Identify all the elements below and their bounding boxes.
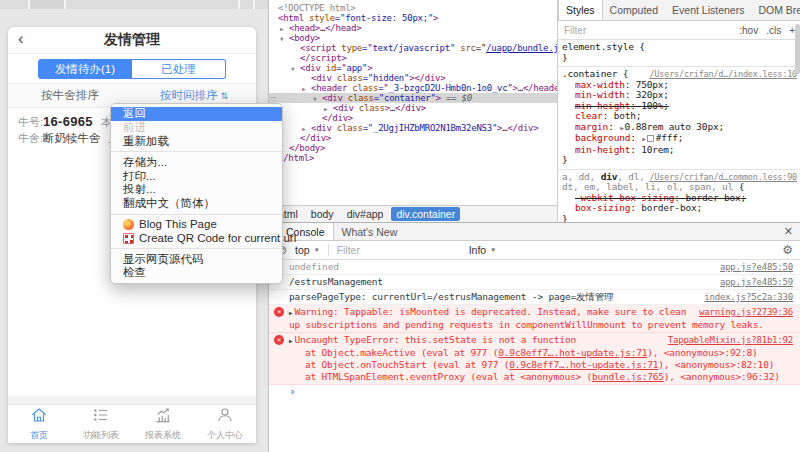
dom-line[interactable]: ▶<div class>…</div> (269, 103, 557, 113)
source-link[interactable]: TappableMixin.js?81b1:92 (668, 334, 793, 346)
tab-event-listeners[interactable]: Event Listeners (665, 0, 751, 20)
breadcrumb-item[interactable]: body (306, 207, 339, 221)
tab-whats-new[interactable]: What's New (334, 223, 406, 240)
dom-line[interactable]: ▼<div id="app"> (269, 63, 557, 73)
dom-line[interactable]: </script> (269, 53, 557, 63)
overflow-menu-icon[interactable]: ⋯ (271, 93, 276, 103)
tab-computed[interactable]: Computed (603, 0, 665, 20)
property-value: border-box (641, 202, 696, 213)
dom-line[interactable]: <html style="font-size: 50px;"> (269, 13, 557, 23)
menu-item-normal[interactable]: 打印... (111, 169, 282, 183)
console-prompt[interactable]: › (269, 385, 800, 399)
breadcrumb-item[interactable]: div.container (391, 207, 460, 221)
tab-styles[interactable]: Styles (558, 0, 603, 20)
code-token: 0.9c8eff7….hot-update.js:71 (509, 359, 658, 370)
rule-close-brace: } (562, 214, 797, 223)
code-token: { (739, 181, 745, 192)
menu-item-normal[interactable]: 翻成中文（简体） (111, 197, 282, 211)
menu-item-normal[interactable]: 检查 (111, 266, 282, 280)
code-token: =" (476, 43, 486, 53)
back-chevron-icon[interactable]: ‹ (18, 29, 24, 49)
styles-tabbar: Styles Computed Event Listeners DOM Brea… (558, 0, 800, 21)
expand-closed-icon[interactable]: ▶ (642, 135, 645, 142)
expand-closed-icon[interactable]: ▶ (620, 124, 623, 131)
console-log-row[interactable]: app.js?e485:50undefined (269, 260, 800, 275)
color-swatch[interactable] (647, 135, 654, 142)
dom-line[interactable]: ▼<body> (269, 33, 557, 43)
tab-dom-breakpoints[interactable]: DOM Breakpoints (751, 0, 800, 20)
chart-icon (154, 406, 172, 428)
nav-item-home[interactable]: 首页 (8, 405, 70, 443)
dom-line[interactable]: <!DOCTYPE html> (269, 3, 557, 13)
dom-line[interactable]: ▶<head>…</head> (269, 23, 557, 33)
nav-item-list[interactable]: 功能列表 (70, 405, 132, 443)
nav-label: 功能列表 (83, 429, 119, 442)
app-header: ‹ 发情管理 (8, 27, 256, 54)
code-token: ="hidden" (363, 73, 410, 83)
source-link[interactable]: app.js?e485:50 (720, 261, 793, 273)
menu-item-normal[interactable]: 投射... (111, 183, 282, 197)
list-icon (92, 406, 110, 428)
dom-line[interactable]: </body> (269, 143, 557, 153)
console-log-row[interactable]: index.js?5c2a:330parsePageType: currentU… (269, 290, 800, 305)
console-log-list: app.js?e485:50undefinedapp.js?e485:59/es… (269, 260, 800, 399)
sort-by-barn[interactable]: 按牛舍排序 (8, 88, 132, 103)
elements-tree[interactable]: <!DOCTYPE html><html style="font-size: 5… (269, 0, 557, 205)
code-token: Warning: Tappable: isMounted is deprecat… (289, 306, 764, 330)
console-error-row[interactable]: TappableMixin.js?81b1:92✕▶Uncaught TypeE… (269, 333, 800, 385)
breadcrumb-item[interactable]: div#app (342, 207, 389, 221)
code-token: class (348, 93, 374, 103)
property-value: 320px (636, 89, 664, 100)
source-link[interactable]: app.js?e485:59 (720, 276, 793, 288)
close-icon[interactable]: ✕ (776, 223, 800, 240)
nav-item-user[interactable]: 个人中心 (194, 405, 256, 443)
menu-item-highlighted[interactable]: 返回 (111, 107, 282, 121)
css-rule: /Users/crifan/d…/index.less:10.container… (558, 67, 800, 170)
menu-item-normal[interactable]: Create QR Code for current url (111, 231, 282, 245)
toggle-hover-button[interactable]: :hov (739, 25, 758, 36)
dom-line[interactable]: ▶<header class="_3-bzgcD2U-Hmb0n-1o0_vc"… (269, 83, 557, 93)
dom-line[interactable]: </html> (269, 153, 557, 163)
dom-line[interactable]: </div> (269, 113, 557, 123)
nav-label: 报表系统 (145, 429, 181, 442)
source-link[interactable]: /Users/crifan/d…/index.less:10 (649, 69, 797, 80)
source-link[interactable]: index.js?5c2a:330 (704, 291, 793, 303)
toggle-class-button[interactable]: .cls (766, 25, 781, 36)
menu-item-normal[interactable]: Blog This Page (111, 218, 282, 232)
code-token: a, dd, (562, 171, 601, 182)
dom-line-selected[interactable]: ⋯▼<div class="container"> == $0 (269, 93, 557, 103)
sort-by-time[interactable]: 按时间排序 ⇅ (132, 88, 256, 103)
styles-filter-input[interactable]: Filter (564, 25, 586, 36)
gear-icon[interactable]: ⚙ (782, 243, 793, 257)
console-toolbar: ⊘ top ▼ Filter Info ▼ ⚙ (269, 241, 800, 260)
nav-item-chart[interactable]: 报表系统 (132, 405, 194, 443)
console-drawer: Console What's New ✕ ⊘ top ▼ Filter Info… (269, 222, 800, 452)
segmented-tabs: 发情待办(1) 已处理 (8, 54, 256, 84)
property-name: box-sizing (575, 202, 630, 213)
tab-processed[interactable]: 已处理 (132, 59, 226, 79)
css-property[interactable]: min-height: 10rem; (562, 145, 797, 156)
property-name: min-height (575, 100, 630, 111)
console-filter-input[interactable]: Filter (337, 244, 457, 256)
menu-item-normal[interactable]: 存储为... (111, 155, 282, 169)
log-level-selector[interactable]: Info (469, 244, 487, 256)
rule-selector[interactable]: element.style { (562, 42, 797, 53)
source-link[interactable]: warning.js?2739:36 (699, 306, 793, 318)
expand-closed-icon[interactable]: ▶ (289, 309, 292, 316)
dom-line[interactable]: </div> (269, 133, 557, 143)
breadcrumb: htmlbodydiv#appdiv.container (269, 205, 557, 222)
dom-line[interactable]: <div class="hidden"></div> (269, 73, 557, 83)
dom-line[interactable]: ▶<div class="_2UgjIHZbMRO2N1Bm32eNS3">…<… (269, 123, 557, 133)
console-log-row[interactable]: app.js?e485:59/estrusManagement (269, 275, 800, 290)
expand-closed-icon[interactable]: ▶ (289, 337, 292, 344)
nav-label: 个人中心 (207, 429, 243, 442)
dom-line[interactable]: <script type="text/javascript" src="/uap… (269, 43, 557, 53)
tab-estrus-todo[interactable]: 发情待办(1) (38, 59, 132, 79)
context-selector[interactable]: top (295, 244, 310, 256)
css-property[interactable]: box-sizing: border-box; (562, 203, 797, 214)
menu-item-normal[interactable]: 显示网页源代码 (111, 252, 282, 266)
menu-item-normal[interactable]: 重新加载 (111, 135, 282, 149)
console-error-row[interactable]: warning.js?2739:36✕▶Warning: Tappable: i… (269, 305, 800, 333)
code-token: </html> (278, 153, 314, 163)
scrollbar-thumb[interactable] (795, 24, 800, 74)
